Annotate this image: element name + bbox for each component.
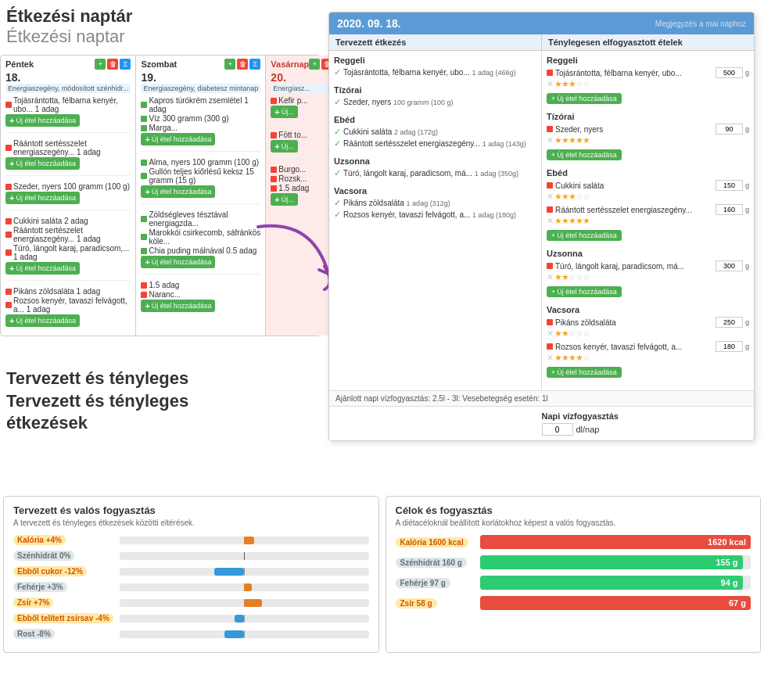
add-food-friday-1[interactable]: + Új étel hozzáadása xyxy=(5,114,80,127)
meal-section-friday-ebed: Szeder, nyers 100 gramm (100 g) + Új éte… xyxy=(5,182,131,206)
bar-track-szenhidrat xyxy=(120,552,369,560)
bar-rost: Rost -8% xyxy=(13,629,369,639)
meal-item: Kapros túrókrém zsemlétel 1 adag xyxy=(141,96,260,113)
add-food-sat-3[interactable]: + Új étel hozzáadása xyxy=(141,256,215,268)
actual-item: Tojásrántotta, félbarna kenyér, ubo... g… xyxy=(547,67,749,89)
energy-label-saturday: Energiaszegény, diabetesz mintanap xyxy=(141,84,260,93)
goal-track-feherje: 94 g xyxy=(480,576,751,590)
add-food-friday-4[interactable]: + Új étel hozzáadása xyxy=(5,262,80,275)
planned-meal-item: ✓ Túró, lángolt karaj, paradicsom, má...… xyxy=(334,168,536,178)
title-line1: Étkezési naptár xyxy=(6,6,132,27)
qty-input-vacsora-2[interactable] xyxy=(716,341,743,352)
bottom-title-line3: étkezések xyxy=(6,412,188,435)
actual-item-rantott: Ráántott sertésszelet energiaszegény... … xyxy=(547,204,749,226)
goal-track-szenhidrat: 155 g xyxy=(480,555,751,569)
charts-section: Tervezett és valós fogyasztás A tervezet… xyxy=(0,493,764,656)
bar-track-cukor xyxy=(120,568,369,576)
add-food-sun-1[interactable]: + Új... xyxy=(271,106,297,118)
planned-reggeli: Reggeli ✓ Tojásrántotta, félbarna kenyér… xyxy=(334,56,536,77)
pill-telitett: Ebből telített zsírsav -4% xyxy=(13,613,113,623)
daily-note: Megjegyzés a mai naphoz xyxy=(655,20,746,28)
comparison-chart-subtitle: A tervezett és tényleges étkezések közöt… xyxy=(13,519,369,527)
day-name-saturday: Szombat xyxy=(141,59,177,69)
daily-body: Reggeli ✓ Tojásrántotta, félbarna kenyér… xyxy=(329,51,754,390)
add-food-actual-tizorai[interactable]: + Új étel hozzáadása xyxy=(547,149,622,160)
sum-icon-saturday[interactable]: Σ xyxy=(249,59,260,70)
add-food-sat-4[interactable]: + Új étel hozzáadása xyxy=(141,300,215,312)
add-food-sat-2[interactable]: + Új étel hozzáadása xyxy=(141,185,215,198)
daily-panel: 2020. 09. 18. Megjegyzés a mai naphoz Te… xyxy=(328,12,755,441)
goal-pill-zsir: Zsír 58 g xyxy=(396,598,437,608)
stars-ebed-1: ★★★☆☆ xyxy=(554,192,590,202)
bar-cukor: Ebből cukor -12% xyxy=(13,566,369,576)
daily-header: 2020. 09. 18. Megjegyzés a mai naphoz xyxy=(329,13,754,34)
sum-icon-friday[interactable]: Σ xyxy=(120,59,131,70)
add-icon-friday[interactable]: + xyxy=(95,59,106,70)
add-food-actual-vacsora[interactable]: + Új étel hozzáadása xyxy=(547,367,622,378)
water-input[interactable] xyxy=(542,423,573,436)
add-food-sun-2[interactable]: + Új... xyxy=(271,140,297,153)
bar-zsir: Zsír +7% xyxy=(13,598,369,608)
day-name-sunday: Vasárnap xyxy=(271,59,309,69)
meal-item: Szeder, nyers 100 gramm (100 g) xyxy=(5,182,131,191)
add-food-actual-reggeli[interactable]: + Új étel hozzáadása xyxy=(547,93,622,104)
del-icon-saturday[interactable]: 🗑 xyxy=(237,59,248,70)
qty-input-uzsonna[interactable] xyxy=(716,260,743,271)
add-food-friday-3[interactable]: + Új étel hozzáadása xyxy=(5,192,80,204)
add-food-actual-uzsonna[interactable]: + Új étel hozzáadása xyxy=(547,286,622,297)
add-food-friday-5[interactable]: + Új étel hozzáadása xyxy=(5,314,80,327)
water-unit: dl/nap xyxy=(576,425,600,434)
meal-section-saturday-reggeli: Kapros túrókrém zsemlétel 1 adag Víz 300… xyxy=(141,96,260,148)
actual-vacsora: Vacsora Pikáns zöldsaláta g ✕ ★★☆☆☆ xyxy=(547,305,749,378)
planned-meals: Reggeli ✓ Tojásrántotta, félbarna kenyér… xyxy=(329,51,542,390)
meal-section-friday-uzsonna: Cukkini saláta 2 adag Ráántott sertészel… xyxy=(5,217,131,277)
actual-item-rozsos: Rozsos kenyér, tavaszi felvágott, a... g… xyxy=(547,341,749,363)
goals-chart: Célok és fogyasztás A diétacéloknál beál… xyxy=(386,496,762,653)
planned-vacsora: Vacsora ✓ Pikáns zöldsaláta 1 adag (312g… xyxy=(334,186,536,220)
meal-item: Túró, lángolt karaj, paradicsom,... 1 ad… xyxy=(5,244,131,261)
calendar-header: Péntek + 🗑 Σ 18. Energiaszegény, módosít… xyxy=(1,56,320,336)
qty-input-vacsora-1[interactable] xyxy=(716,317,743,328)
add-food-sat-1[interactable]: + Új étel hozzáadása xyxy=(141,133,215,145)
goal-bar-zsir: 67 g xyxy=(480,596,751,610)
meal-item: Marokkói csirkecomb, sáfránkös köle... xyxy=(141,228,260,246)
bar-fill-cukor xyxy=(214,568,244,576)
goals-chart-subtitle: A diétacéloknál beállított korlátokhoz k… xyxy=(396,519,751,527)
stars-tizorai: ★★★★★ xyxy=(554,135,590,145)
meal-section-saturday-uzsonna: 1.5 adag Naranc... + Új étel hozzáadása xyxy=(141,281,260,314)
planned-meal-item: ✓ Szeder, nyers 100 gramm (100 g) xyxy=(334,97,536,107)
daily-column-headers: Tervezett étkezés Ténylegesen elfogyaszt… xyxy=(329,34,754,51)
daily-date: 2020. 09. 18. xyxy=(337,17,401,30)
add-food-actual-ebed[interactable]: + Új étel hozzáadása xyxy=(547,230,622,241)
bar-kaloria: Kalória +4% xyxy=(13,535,369,545)
qty-input-ebed-2[interactable] xyxy=(716,204,743,215)
water-section: Napi vízfogyasztás dl/nap xyxy=(329,406,754,440)
del-icon-friday[interactable]: 🗑 xyxy=(107,59,118,70)
bar-fill-zsir xyxy=(244,599,261,607)
planned-meal-item: ✓ Ráántott sertésszelet energiaszegény..… xyxy=(334,138,536,149)
goal-bar-feherje: 94 g xyxy=(480,576,743,590)
goal-row-feherje: Fehérje 97 g 94 g xyxy=(396,576,751,590)
qty-input-reggeli[interactable] xyxy=(716,67,743,78)
add-food-sun-3[interactable]: + Új... xyxy=(271,193,297,206)
add-icon-saturday[interactable]: + xyxy=(224,59,235,70)
planned-meal-item: ✓ Pikáns zöldsaláta 1 adag (312g) xyxy=(334,198,536,208)
goal-track-kaloria: 1620 kcal xyxy=(480,535,751,549)
planned-uzsonna: Uzsonna ✓ Túró, lángolt karaj, paradicso… xyxy=(334,156,536,178)
qty-input-tizorai[interactable] xyxy=(716,124,743,135)
day-num-saturday: 19. xyxy=(141,71,260,84)
meal-item: 1.5 adag xyxy=(141,281,260,289)
bar-track-kaloria xyxy=(120,537,369,544)
meal-item: Ráántott sertésszelet energiaszegény... … xyxy=(5,139,131,156)
actual-ebed: Ebéd Cukkini saláta g ✕ ★★★☆☆ xyxy=(547,168,749,241)
meal-item: Rozsos kenyér, tavaszi felvágott, a... 1… xyxy=(5,296,131,314)
bar-fill-kaloria xyxy=(244,537,254,544)
goal-row-zsir: Zsír 58 g 67 g xyxy=(396,596,751,610)
add-food-friday-2[interactable]: + Új étel hozzáadása xyxy=(5,157,80,170)
goal-row-szenhidrat: Szénhidrát 160 g 155 g xyxy=(396,555,751,569)
qty-input-ebed-1[interactable] xyxy=(716,180,743,191)
meal-item: Gullón teljes kiőrlésű keksz 15 gramm (1… xyxy=(141,167,260,185)
bottom-title: Tervezett és tényleges Tervezett és tény… xyxy=(6,368,188,435)
add-icon-sunday[interactable]: + xyxy=(309,59,320,70)
bottom-title-line1: Tervezett és tényleges xyxy=(6,368,188,390)
